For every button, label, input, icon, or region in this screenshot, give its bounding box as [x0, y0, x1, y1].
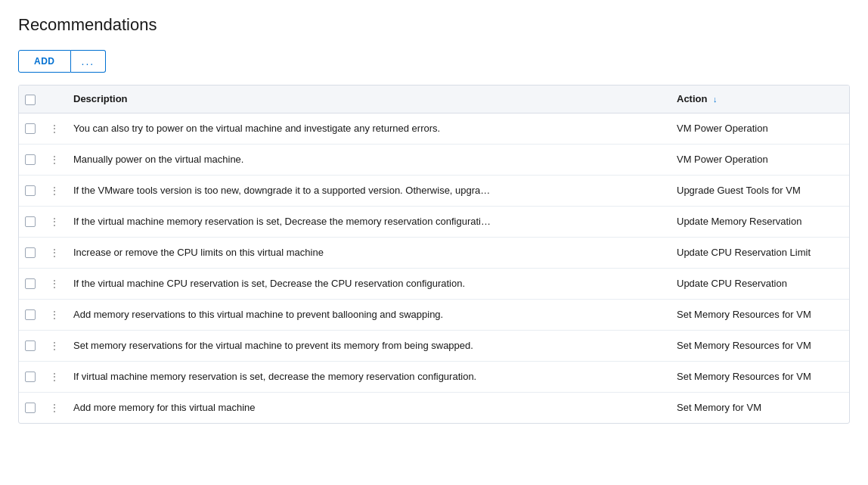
drag-handle-icon[interactable]: ⋮ [49, 154, 59, 166]
row-description: Set memory reservations for the virtual … [64, 330, 668, 361]
drag-handle-cell: ⋮ [46, 268, 64, 299]
row-checkbox-cell [19, 268, 46, 299]
drag-handle-icon[interactable]: ⋮ [49, 309, 59, 321]
row-checkbox-cell [19, 113, 46, 144]
row-action: Upgrade Guest Tools for VM [668, 175, 849, 206]
table-row: ⋮Add more memory for this virtual machin… [19, 392, 849, 423]
table-row: ⋮Increase or remove the CPU limits on th… [19, 237, 849, 268]
table-row: ⋮You can also try to power on the virtua… [19, 113, 849, 144]
row-checkbox[interactable] [25, 309, 36, 320]
drag-handle-cell: ⋮ [46, 330, 64, 361]
add-button[interactable]: ADD [18, 50, 71, 73]
row-action: VM Power Operation [668, 113, 849, 144]
row-description: You can also try to power on the virtual… [64, 113, 668, 144]
drag-handle-cell: ⋮ [46, 206, 64, 237]
row-checkbox[interactable] [25, 372, 36, 382]
table-row: ⋮If the virtual machine CPU reservation … [19, 268, 849, 299]
row-action: VM Power Operation [668, 144, 849, 175]
header-description: Description [64, 85, 668, 113]
row-checkbox[interactable] [25, 154, 36, 165]
row-description: If virtual machine memory reservation is… [64, 361, 668, 392]
row-description: Manually power on the virtual machine. [64, 144, 668, 175]
row-action: Update CPU Reservation [668, 268, 849, 299]
row-description: Add more memory for this virtual machine [64, 392, 668, 423]
table-row: ⋮If the virtual machine memory reservati… [19, 206, 849, 237]
row-checkbox-cell [19, 330, 46, 361]
recommendations-table: Description Action ↓ ⋮You can also try t… [18, 85, 850, 424]
row-checkbox[interactable] [25, 185, 36, 196]
page-container: Recommendations ADD ... Description Acti… [0, 0, 868, 439]
table-header-row: Description Action ↓ [19, 85, 849, 113]
drag-handle-icon[interactable]: ⋮ [49, 216, 59, 228]
header-action[interactable]: Action ↓ [668, 85, 849, 113]
row-checkbox-cell [19, 206, 46, 237]
sort-desc-icon: ↓ [713, 95, 718, 104]
row-action: Set Memory Resources for VM [668, 330, 849, 361]
row-action: Set Memory Resources for VM [668, 299, 849, 330]
row-checkbox[interactable] [25, 278, 36, 289]
drag-handle-cell: ⋮ [46, 392, 64, 423]
drag-handle-cell: ⋮ [46, 361, 64, 392]
row-description: If the VMware tools version is too new, … [64, 175, 668, 206]
table-row: ⋮Add memory reservations to this virtual… [19, 299, 849, 330]
select-all-checkbox[interactable] [25, 95, 36, 105]
row-description: If the virtual machine CPU reservation i… [64, 268, 668, 299]
table-row: ⋮Set memory reservations for the virtual… [19, 330, 849, 361]
row-checkbox[interactable] [25, 403, 36, 413]
table-row: ⋮If the VMware tools version is too new,… [19, 175, 849, 206]
drag-handle-cell: ⋮ [46, 237, 64, 268]
more-button[interactable]: ... [71, 50, 107, 73]
row-checkbox-cell [19, 361, 46, 392]
row-checkbox-cell [19, 237, 46, 268]
row-checkbox-cell [19, 144, 46, 175]
header-checkbox-cell [19, 85, 46, 113]
table-row: ⋮Manually power on the virtual machine.V… [19, 144, 849, 175]
row-description: Add memory reservations to this virtual … [64, 299, 668, 330]
row-action: Update CPU Reservation Limit [668, 237, 849, 268]
row-checkbox-cell [19, 392, 46, 423]
drag-handle-icon[interactable]: ⋮ [49, 340, 59, 352]
drag-handle-icon[interactable]: ⋮ [49, 185, 59, 197]
row-checkbox[interactable] [25, 247, 36, 258]
row-action: Set Memory Resources for VM [668, 361, 849, 392]
row-checkbox[interactable] [25, 123, 36, 134]
drag-handle-icon[interactable]: ⋮ [49, 371, 59, 383]
drag-handle-cell: ⋮ [46, 299, 64, 330]
row-checkbox-cell [19, 175, 46, 206]
drag-handle-cell: ⋮ [46, 144, 64, 175]
row-checkbox[interactable] [25, 340, 36, 351]
row-checkbox-cell [19, 299, 46, 330]
row-action: Update Memory Reservation [668, 206, 849, 237]
drag-handle-icon[interactable]: ⋮ [49, 402, 59, 414]
row-description: Increase or remove the CPU limits on thi… [64, 237, 668, 268]
drag-handle-icon[interactable]: ⋮ [49, 247, 59, 259]
toolbar: ADD ... [18, 50, 850, 73]
row-action: Set Memory for VM [668, 392, 849, 423]
drag-handle-icon[interactable]: ⋮ [49, 278, 59, 290]
drag-handle-icon[interactable]: ⋮ [49, 123, 59, 135]
page-title: Recommendations [18, 15, 850, 35]
drag-handle-cell: ⋮ [46, 113, 64, 144]
row-checkbox[interactable] [25, 216, 36, 227]
table-row: ⋮If virtual machine memory reservation i… [19, 361, 849, 392]
header-drag-cell [46, 85, 64, 113]
row-description: If the virtual machine memory reservatio… [64, 206, 668, 237]
drag-handle-cell: ⋮ [46, 175, 64, 206]
